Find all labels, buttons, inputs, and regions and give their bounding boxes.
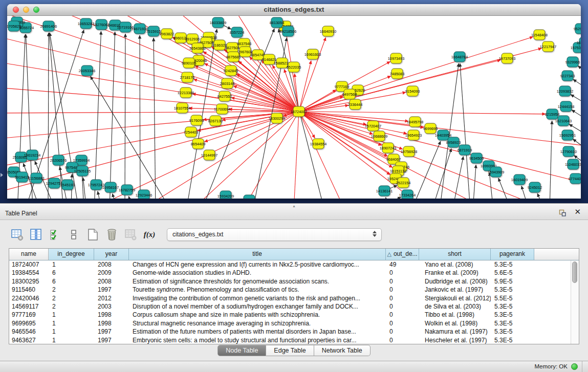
graph-edge[interactable] <box>48 16 299 112</box>
float-panel-icon[interactable] <box>558 209 567 217</box>
minimize-window-icon[interactable] <box>23 7 29 13</box>
function-builder-button[interactable]: f(x) <box>143 228 156 241</box>
cell-short[interactable]: Nakamura et al. (1997) <box>419 327 491 336</box>
cell-short[interactable]: Hescheler et al. (1997) <box>419 336 491 344</box>
cell-out_degree[interactable]: 0 <box>386 294 419 302</box>
graph-node[interactable]: 8357224 <box>230 27 244 37</box>
cell-title[interactable]: Corpus callosum shape and size in male p… <box>129 311 386 319</box>
graph-edge[interactable] <box>113 193 117 199</box>
cell-year[interactable]: 1998 <box>94 319 129 327</box>
graph-edge[interactable] <box>473 165 476 199</box>
cell-name[interactable]: 9115460 <box>9 286 49 294</box>
graph-node[interactable]: 8813054 <box>270 17 284 28</box>
graph-edge[interactable] <box>299 37 326 112</box>
table-row[interactable]: 946362711997Embryonic stem cells: a mode… <box>9 336 579 344</box>
cell-out_degree[interactable]: 0 <box>386 311 419 319</box>
cell-year[interactable]: 2009 <box>94 269 129 277</box>
cell-out_degree[interactable]: 0 <box>386 336 419 344</box>
column-header-title[interactable]: title <box>129 249 386 260</box>
cell-year[interactable]: 1997 <box>94 336 129 344</box>
tab-edge-table[interactable]: Edge Table <box>266 345 314 356</box>
cell-pagerank[interactable]: 5.9E-5 <box>491 277 534 286</box>
graph-node[interactable]: 9154093 <box>405 86 420 96</box>
cell-title[interactable]: Investigating the contribution of common… <box>129 294 386 302</box>
show-columns-button[interactable] <box>29 228 42 241</box>
graph-node[interactable]: 2803144 <box>220 78 234 89</box>
graph-edge[interactable] <box>572 110 581 123</box>
cell-pagerank[interactable]: 5.3E-5 <box>491 286 534 294</box>
close-window-icon[interactable] <box>13 7 19 13</box>
graph-node[interactable]: 15720407 <box>365 121 381 131</box>
graph-node[interactable]: 6522035 <box>287 62 301 72</box>
graph-node[interactable]: 8912936 <box>185 34 200 44</box>
graph-node[interactable]: 15692951 <box>559 130 576 140</box>
left-splitter-arrow[interactable] <box>1 173 3 177</box>
cell-in_degree[interactable]: 1 <box>49 311 94 319</box>
cell-name[interactable]: 18300295 <box>9 277 49 286</box>
cell-title[interactable]: Genome-wide association studies in ADHD. <box>129 269 386 277</box>
graph-edge[interactable] <box>537 193 545 199</box>
cell-year[interactable]: 1997 <box>94 327 129 336</box>
graph-node[interactable]: 9875685 <box>226 52 241 62</box>
graph-node[interactable]: 8958923 <box>446 137 461 147</box>
table-row[interactable]: 969969511998Structural magnetic resonanc… <box>9 319 579 327</box>
tab-network-table[interactable]: Network Table <box>314 345 371 356</box>
graph-node[interactable]: 8427552 <box>217 91 232 101</box>
create-table-button[interactable] <box>86 228 99 241</box>
graph-node[interactable]: 11156883 <box>28 173 44 183</box>
graph-edge[interactable] <box>48 33 49 199</box>
cell-short[interactable]: de Silva et al. (2003) <box>419 302 491 311</box>
table-row[interactable]: 1456911722003Disruption of a novel membe… <box>9 302 579 311</box>
cell-in_degree[interactable]: 6 <box>49 269 94 277</box>
table-row[interactable]: 946554611997Estimation of the future num… <box>9 327 579 336</box>
cell-pagerank[interactable]: 5.3E-5 <box>491 327 534 336</box>
table-settings-button[interactable] <box>10 228 24 241</box>
graph-node[interactable]: 6497568 <box>342 89 357 99</box>
graph-node[interactable]: 9227343 <box>560 71 575 81</box>
graph-edge[interactable] <box>94 31 101 199</box>
graph-edge[interactable] <box>365 197 401 199</box>
graph-node[interactable]: 9634509 <box>469 153 484 163</box>
cell-out_degree[interactable]: 49 <box>386 260 419 269</box>
graph-node[interactable]: 9699695 <box>423 123 438 134</box>
cell-title[interactable]: Structural magnetic resonance image aver… <box>129 319 386 327</box>
graph-node[interactable]: 18495798 <box>407 117 423 127</box>
graph-node[interactable]: 6774404 <box>569 173 581 184</box>
network-canvas[interactable]: 1872400779638228960128891293622260538982… <box>7 16 581 199</box>
graph-node[interactable]: 2718176 <box>180 72 194 82</box>
zoom-window-icon[interactable] <box>33 7 39 13</box>
graph-node[interactable]: 1705829 <box>7 21 21 31</box>
cell-title[interactable]: Disruption of a novel member of a sodium… <box>129 302 386 311</box>
memory-ok-icon[interactable] <box>571 363 578 370</box>
graph-node[interactable]: 19737093 <box>499 53 515 63</box>
graph-node[interactable]: 10973493 <box>388 53 404 63</box>
cell-pagerank[interactable]: 5.3E-5 <box>491 336 534 344</box>
cell-name[interactable]: 22420046 <box>9 294 49 302</box>
graph-edge[interactable] <box>98 191 102 199</box>
column-header-out_degree[interactable]: △out_de... <box>386 249 419 260</box>
graph-edge[interactable] <box>299 112 550 199</box>
cell-short[interactable]: Tibbo et al. (1998) <box>419 311 491 319</box>
cell-out_degree[interactable]: 0 <box>386 269 419 277</box>
cell-in_degree[interactable]: 1 <box>49 260 94 269</box>
graph-node[interactable]: 12213386 <box>178 87 194 98</box>
graph-node[interactable]: 9242845 <box>224 65 238 76</box>
graph-node[interactable]: 9890105 <box>182 58 196 68</box>
column-header-pagerank[interactable]: pagerank <box>491 249 534 260</box>
cell-pagerank[interactable]: 5.3E-5 <box>491 319 534 327</box>
graph-edge[interactable] <box>432 148 451 199</box>
cell-in_degree[interactable]: 2 <box>49 294 94 302</box>
graph-node[interactable]: 8654409 <box>191 139 205 149</box>
graph-node[interactable]: 11046033 <box>565 159 581 169</box>
graph-node[interactable]: 1545193 <box>60 180 75 190</box>
cell-year[interactable]: 2012 <box>94 294 129 302</box>
cell-short[interactable]: Franke et al. (2009) <box>419 269 491 277</box>
graph-node[interactable]: 20053346 <box>79 65 95 76</box>
graph-node[interactable]: 11548408 <box>531 30 548 40</box>
graph-edge[interactable] <box>125 34 125 199</box>
column-header-name[interactable]: name <box>9 249 49 260</box>
cell-pagerank[interactable]: 5.5E-5 <box>491 294 534 302</box>
cell-name[interactable]: 9699695 <box>9 319 49 327</box>
cell-in_degree[interactable]: 1 <box>49 319 94 327</box>
tab-node-table[interactable]: Node Table <box>217 345 266 356</box>
